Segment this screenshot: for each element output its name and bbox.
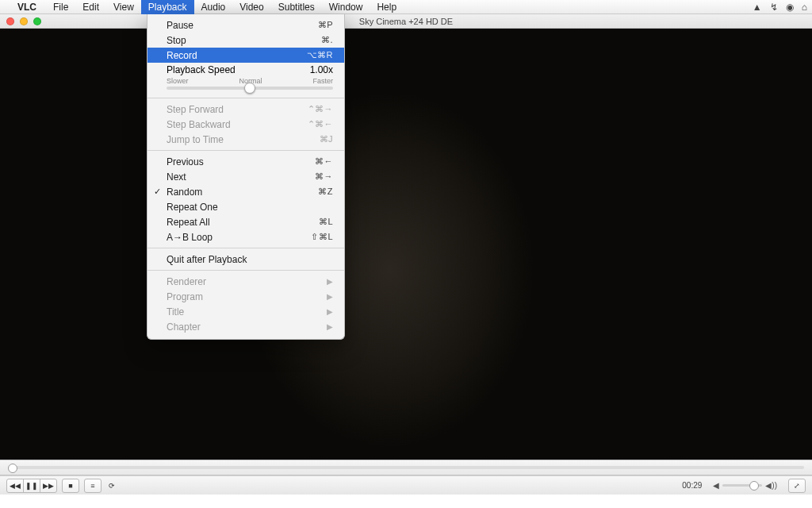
seek-bar[interactable] [8,466,804,469]
menu-quit-after-playback[interactable]: Quit after Playback [147,252,344,267]
fullscreen-button[interactable]: ⤢ [788,479,806,493]
minimize-window-button[interactable] [20,17,28,25]
stop-button[interactable]: ■ [62,479,79,493]
menu-separator [147,150,344,151]
menu-step-backward: Step Backward⌃⌘← [147,117,344,132]
menubar-item-view[interactable]: View [106,0,141,14]
menubar-app-name[interactable]: VLC [11,2,43,13]
menu-separator [147,270,344,271]
window-title: Sky Cinema +24 HD DE [0,17,812,26]
repeat-icon[interactable]: ⟳ [106,479,117,493]
playback-speed-slider[interactable] [167,87,333,90]
menu-previous[interactable]: Previous⌘← [147,154,344,169]
volume-control: ◀ ◀)) [713,481,777,490]
menu-repeat-all[interactable]: Repeat All⌘L [147,214,344,229]
menu-chapter[interactable]: Chapter▶ [147,319,344,334]
volume-high-icon[interactable]: ◀)) [765,481,777,490]
zoom-window-button[interactable] [33,17,41,25]
menu-record[interactable]: Record⌥⌘R [147,48,344,63]
menubar-status-icons: ▲ ↯ ◉ ⌂ [753,2,807,13]
vlc-window: Sky Cinema +24 HD DE ◀◀ ❚❚ ▶▶ ■ ≡ ⟳ 00:2… [0,14,812,495]
menu-separator [147,98,344,98]
volume-low-icon[interactable]: ◀ [713,481,719,490]
seek-bar-row [0,460,812,475]
transport-controls: ◀◀ ❚❚ ▶▶ ■ ≡ ⟳ 00:29 ◀ ◀)) ⤢ [0,475,812,495]
elapsed-time: 00:29 [682,481,702,490]
submenu-arrow-icon: ▶ [327,307,333,316]
menu-renderer[interactable]: Renderer▶ [147,274,344,289]
menubar-item-window[interactable]: Window [322,0,370,14]
menubar-item-audio[interactable]: Audio [194,0,233,14]
submenu-arrow-icon: ▶ [327,322,333,331]
menu-playback-speed[interactable]: Playback Speed 1.00x Slower Normal Faste… [147,63,344,94]
playlist-button[interactable]: ≡ [84,479,102,493]
checkmark-icon: ✓ [154,187,161,197]
menubar-item-help[interactable]: Help [370,0,404,14]
playback-button-group: ◀◀ ❚❚ ▶▶ [6,479,57,493]
menubar-item-playback[interactable]: Playback [141,0,194,14]
app-icon[interactable]: ⌂ [802,2,807,13]
vlc-cone-icon[interactable]: ▲ [753,2,762,13]
menu-step-forward: Step Forward⌃⌘→ [147,102,344,117]
close-window-button[interactable] [6,17,14,25]
menubar-item-edit[interactable]: Edit [75,0,106,14]
submenu-arrow-icon: ▶ [327,292,333,301]
menu-next[interactable]: Next⌘→ [147,169,344,184]
sync-icon[interactable]: ↯ [770,2,778,13]
volume-slider[interactable] [722,484,762,487]
cloud-icon[interactable]: ◉ [786,2,794,13]
menu-jump-to-time: Jump to Time⌘J [147,132,344,147]
prev-button[interactable]: ◀◀ [6,479,24,493]
video-frame [0,29,812,460]
menubar-item-video[interactable]: Video [232,0,270,14]
next-button[interactable]: ▶▶ [40,479,57,493]
macos-menubar: VLC File Edit View Playback Audio Video … [0,0,812,14]
submenu-arrow-icon: ▶ [327,277,333,286]
menubar-item-subtitles[interactable]: Subtitles [271,0,322,14]
menu-separator [147,248,344,248]
menu-title[interactable]: Title▶ [147,304,344,319]
menu-repeat-one[interactable]: Repeat One [147,199,344,214]
pause-button[interactable]: ❚❚ [23,479,40,493]
playback-dropdown: Pause⌘P Stop⌘. Record⌥⌘R Playback Speed … [147,14,345,340]
traffic-lights [6,17,41,25]
window-titlebar: Sky Cinema +24 HD DE [0,14,812,29]
menu-program[interactable]: Program▶ [147,289,344,304]
menu-random[interactable]: ✓ Random⌘Z [147,184,344,199]
menubar-item-file[interactable]: File [46,0,75,14]
menu-stop[interactable]: Stop⌘. [147,33,344,48]
menu-pause[interactable]: Pause⌘P [147,17,344,33]
video-viewport[interactable] [0,29,812,460]
menu-ab-loop[interactable]: A→B Loop⇧⌘L [147,229,344,244]
